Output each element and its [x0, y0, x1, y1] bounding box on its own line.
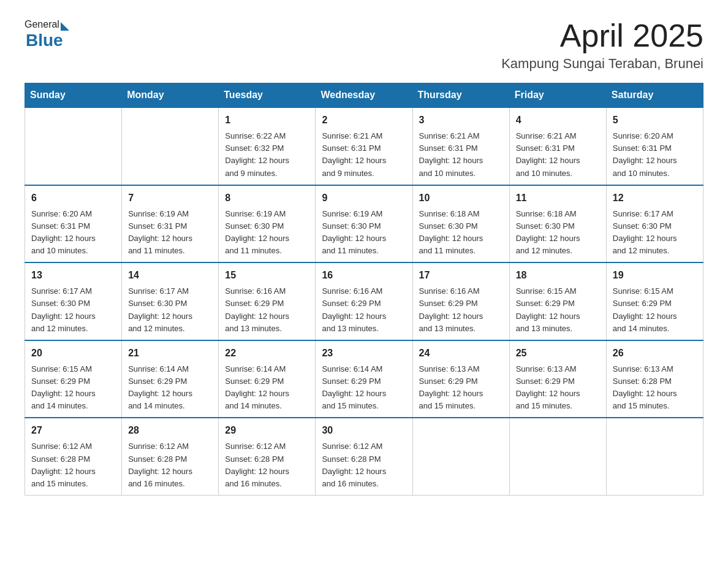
day-number: 26: [613, 346, 697, 361]
calendar-cell: 24Sunrise: 6:13 AM Sunset: 6:29 PM Dayli…: [412, 340, 509, 418]
calendar-week-5: 27Sunrise: 6:12 AM Sunset: 6:28 PM Dayli…: [25, 418, 703, 495]
month-title: April 2025: [501, 18, 703, 53]
calendar-cell: 8Sunrise: 6:19 AM Sunset: 6:30 PM Daylig…: [219, 185, 316, 263]
day-number: 16: [322, 268, 406, 283]
day-info: Sunrise: 6:20 AM Sunset: 6:31 PM Dayligh…: [613, 130, 697, 180]
weekday-header-thursday: Thursday: [412, 83, 509, 108]
day-info: Sunrise: 6:15 AM Sunset: 6:29 PM Dayligh…: [516, 285, 600, 335]
calendar-cell: 18Sunrise: 6:15 AM Sunset: 6:29 PM Dayli…: [509, 262, 606, 340]
day-info: Sunrise: 6:19 AM Sunset: 6:30 PM Dayligh…: [322, 208, 406, 258]
calendar-cell: [412, 418, 509, 495]
calendar-cell: 12Sunrise: 6:17 AM Sunset: 6:30 PM Dayli…: [606, 185, 703, 263]
logo-general-text: General: [25, 19, 59, 30]
day-number: 27: [31, 423, 115, 438]
day-info: Sunrise: 6:22 AM Sunset: 6:32 PM Dayligh…: [225, 130, 309, 180]
day-info: Sunrise: 6:13 AM Sunset: 6:29 PM Dayligh…: [419, 363, 503, 413]
weekday-header-wednesday: Wednesday: [316, 83, 412, 108]
day-info: Sunrise: 6:16 AM Sunset: 6:29 PM Dayligh…: [225, 285, 309, 335]
calendar-cell: 16Sunrise: 6:16 AM Sunset: 6:29 PM Dayli…: [316, 262, 412, 340]
day-info: Sunrise: 6:14 AM Sunset: 6:29 PM Dayligh…: [128, 363, 212, 413]
day-info: Sunrise: 6:15 AM Sunset: 6:29 PM Dayligh…: [613, 285, 697, 335]
calendar-cell: 5Sunrise: 6:20 AM Sunset: 6:31 PM Daylig…: [606, 107, 703, 185]
logo-arrow-icon: [61, 22, 69, 31]
day-info: Sunrise: 6:13 AM Sunset: 6:28 PM Dayligh…: [613, 363, 697, 413]
weekday-header-friday: Friday: [509, 83, 606, 108]
day-info: Sunrise: 6:16 AM Sunset: 6:29 PM Dayligh…: [419, 285, 503, 335]
day-info: Sunrise: 6:12 AM Sunset: 6:28 PM Dayligh…: [225, 440, 309, 490]
day-info: Sunrise: 6:16 AM Sunset: 6:29 PM Dayligh…: [322, 285, 406, 335]
page-header: General Blue April 2025 Kampung Sungai T…: [25, 18, 703, 72]
day-number: 24: [419, 346, 503, 361]
logo: General Blue: [25, 18, 69, 50]
day-number: 3: [419, 113, 503, 128]
day-info: Sunrise: 6:18 AM Sunset: 6:30 PM Dayligh…: [419, 208, 503, 258]
calendar-cell: 17Sunrise: 6:16 AM Sunset: 6:29 PM Dayli…: [412, 262, 509, 340]
day-info: Sunrise: 6:17 AM Sunset: 6:30 PM Dayligh…: [31, 285, 115, 335]
day-info: Sunrise: 6:17 AM Sunset: 6:30 PM Dayligh…: [613, 208, 697, 258]
day-number: 14: [128, 268, 212, 283]
calendar-cell: 27Sunrise: 6:12 AM Sunset: 6:28 PM Dayli…: [25, 418, 122, 495]
calendar-cell: 9Sunrise: 6:19 AM Sunset: 6:30 PM Daylig…: [316, 185, 412, 263]
calendar-cell: [509, 418, 606, 495]
day-info: Sunrise: 6:20 AM Sunset: 6:31 PM Dayligh…: [31, 208, 115, 258]
calendar-cell: 7Sunrise: 6:19 AM Sunset: 6:31 PM Daylig…: [122, 185, 219, 263]
weekday-header-tuesday: Tuesday: [219, 83, 316, 108]
calendar-cell: 21Sunrise: 6:14 AM Sunset: 6:29 PM Dayli…: [122, 340, 219, 418]
calendar-cell: 2Sunrise: 6:21 AM Sunset: 6:31 PM Daylig…: [316, 107, 412, 185]
location-subtitle: Kampung Sungai Teraban, Brunei: [501, 56, 703, 72]
day-number: 13: [31, 268, 115, 283]
weekday-header-sunday: Sunday: [25, 83, 122, 108]
day-number: 23: [322, 346, 406, 361]
calendar-cell: 13Sunrise: 6:17 AM Sunset: 6:30 PM Dayli…: [25, 262, 122, 340]
day-info: Sunrise: 6:14 AM Sunset: 6:29 PM Dayligh…: [322, 363, 406, 413]
day-info: Sunrise: 6:18 AM Sunset: 6:30 PM Dayligh…: [516, 208, 600, 258]
calendar-cell: 10Sunrise: 6:18 AM Sunset: 6:30 PM Dayli…: [412, 185, 509, 263]
day-number: 28: [128, 423, 212, 438]
weekday-header-monday: Monday: [122, 83, 219, 108]
calendar-cell: 14Sunrise: 6:17 AM Sunset: 6:30 PM Dayli…: [122, 262, 219, 340]
day-number: 5: [613, 113, 697, 128]
day-number: 4: [516, 113, 600, 128]
day-info: Sunrise: 6:19 AM Sunset: 6:31 PM Dayligh…: [128, 208, 212, 258]
calendar-cell: 20Sunrise: 6:15 AM Sunset: 6:29 PM Dayli…: [25, 340, 122, 418]
calendar-week-4: 20Sunrise: 6:15 AM Sunset: 6:29 PM Dayli…: [25, 340, 703, 418]
calendar-cell: 1Sunrise: 6:22 AM Sunset: 6:32 PM Daylig…: [219, 107, 316, 185]
day-number: 9: [322, 191, 406, 205]
calendar-cell: 19Sunrise: 6:15 AM Sunset: 6:29 PM Dayli…: [606, 262, 703, 340]
day-info: Sunrise: 6:15 AM Sunset: 6:29 PM Dayligh…: [31, 363, 115, 413]
logo-blue-text: Blue: [26, 31, 63, 50]
day-number: 8: [225, 191, 309, 205]
day-number: 10: [419, 191, 503, 205]
day-info: Sunrise: 6:12 AM Sunset: 6:28 PM Dayligh…: [322, 440, 406, 490]
calendar-cell: [122, 107, 219, 185]
title-block: April 2025 Kampung Sungai Teraban, Brune…: [501, 18, 703, 72]
day-number: 7: [128, 191, 212, 205]
calendar-cell: 23Sunrise: 6:14 AM Sunset: 6:29 PM Dayli…: [316, 340, 412, 418]
day-info: Sunrise: 6:13 AM Sunset: 6:29 PM Dayligh…: [516, 363, 600, 413]
calendar-cell: 25Sunrise: 6:13 AM Sunset: 6:29 PM Dayli…: [509, 340, 606, 418]
day-number: 11: [516, 191, 600, 205]
calendar-cell: 30Sunrise: 6:12 AM Sunset: 6:28 PM Dayli…: [316, 418, 412, 495]
calendar-cell: 22Sunrise: 6:14 AM Sunset: 6:29 PM Dayli…: [219, 340, 316, 418]
day-number: 20: [31, 346, 115, 361]
day-number: 2: [322, 113, 406, 128]
calendar-week-2: 6Sunrise: 6:20 AM Sunset: 6:31 PM Daylig…: [25, 185, 703, 263]
day-number: 30: [322, 423, 406, 438]
day-info: Sunrise: 6:21 AM Sunset: 6:31 PM Dayligh…: [322, 130, 406, 180]
calendar-table: SundayMondayTuesdayWednesdayThursdayFrid…: [25, 83, 703, 496]
calendar-cell: 28Sunrise: 6:12 AM Sunset: 6:28 PM Dayli…: [122, 418, 219, 495]
calendar-week-1: 1Sunrise: 6:22 AM Sunset: 6:32 PM Daylig…: [25, 107, 703, 185]
calendar-cell: 29Sunrise: 6:12 AM Sunset: 6:28 PM Dayli…: [219, 418, 316, 495]
weekday-header-row: SundayMondayTuesdayWednesdayThursdayFrid…: [25, 83, 703, 108]
weekday-header-saturday: Saturday: [606, 83, 703, 108]
day-info: Sunrise: 6:21 AM Sunset: 6:31 PM Dayligh…: [419, 130, 503, 180]
calendar-cell: 4Sunrise: 6:21 AM Sunset: 6:31 PM Daylig…: [509, 107, 606, 185]
day-number: 17: [419, 268, 503, 283]
day-number: 19: [613, 268, 697, 283]
calendar-cell: 3Sunrise: 6:21 AM Sunset: 6:31 PM Daylig…: [412, 107, 509, 185]
day-info: Sunrise: 6:17 AM Sunset: 6:30 PM Dayligh…: [128, 285, 212, 335]
day-number: 18: [516, 268, 600, 283]
calendar-cell: 6Sunrise: 6:20 AM Sunset: 6:31 PM Daylig…: [25, 185, 122, 263]
day-info: Sunrise: 6:19 AM Sunset: 6:30 PM Dayligh…: [225, 208, 309, 258]
day-info: Sunrise: 6:21 AM Sunset: 6:31 PM Dayligh…: [516, 130, 600, 180]
